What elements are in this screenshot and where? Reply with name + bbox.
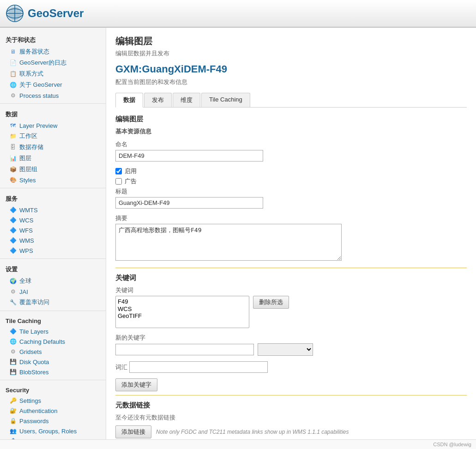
sidebar-label-styles: Styles	[19, 177, 36, 184]
sidebar-item-authentication[interactable]: 🔐 Authentication	[0, 406, 106, 416]
sidebar-item-data-stores[interactable]: 🗄 数据存储	[0, 142, 106, 153]
sidebar-item-passwords[interactable]: 🔒 Passwords	[0, 416, 106, 426]
checkbox-ad[interactable]	[115, 178, 122, 185]
sidebar-label-global: 全球	[19, 277, 31, 285]
label-keywords: 关键词	[115, 286, 467, 294]
sidebar-item-data-security[interactable]: 🔷 Data	[0, 436, 106, 439]
checkbox-enabled[interactable]	[115, 168, 122, 174]
sidebar-item-gridsets[interactable]: ⚙ Gridsets	[0, 347, 106, 357]
sidebar-item-layer-preview[interactable]: 🗺 Layer Preview	[0, 120, 106, 131]
section-edit-layer-title: 编辑图层	[115, 115, 467, 124]
section-keywords-title: 关键词	[115, 274, 467, 282]
sidebar-label-users-groups-roles: Users, Groups, Roles	[19, 428, 77, 435]
sidebar-label-workspaces: 工作区	[19, 132, 37, 140]
sidebar-item-styles[interactable]: 🎨 Styles	[0, 175, 106, 185]
keywords-row: F49 WCS GeoTIFF 删除所选	[115, 296, 467, 328]
sidebar-item-caching-defaults[interactable]: 🌐 Caching Defaults	[0, 336, 106, 347]
sidebar-item-layer-groups[interactable]: 📦 图层组	[0, 164, 106, 175]
wcs-icon: 🔷	[9, 216, 17, 224]
sidebar-item-wcs[interactable]: 🔷 WCS	[0, 215, 106, 225]
sidebar-item-blobstores[interactable]: 💾 BlobStores	[0, 367, 106, 377]
vocabulary-select[interactable]	[258, 343, 313, 356]
btn-add-keyword[interactable]: 添加关键字	[115, 378, 157, 391]
users-icon: 👥	[9, 427, 17, 435]
sidebar-item-about[interactable]: 🌐 关于 GeoServer	[0, 79, 106, 90]
tab-dimensions[interactable]: 维度	[173, 93, 200, 107]
sidebar-item-process-status[interactable]: ⚙ Process status	[0, 90, 106, 101]
field-abstract[interactable]: 广西高程地形数据，图幅号F49	[115, 224, 342, 261]
contact-icon: 📋	[9, 70, 17, 78]
sidebar-label-contact: 联系方式	[19, 70, 43, 78]
footer-credit: CSDN @ludewig	[433, 442, 471, 447]
sidebar-item-wps[interactable]: 🔷 WPS	[0, 245, 106, 256]
form-group-new-keyword: 新的关键字	[115, 334, 467, 356]
sidebar-label-authentication: Authentication	[19, 407, 57, 414]
btn-delete-selected[interactable]: 删除所选	[253, 296, 289, 309]
form-group-title: 标题	[115, 187, 467, 209]
new-keyword-input[interactable]	[115, 344, 254, 355]
tab-data[interactable]: 数据	[115, 93, 143, 108]
sidebar-label-coverage: 覆盖率访问	[19, 298, 49, 306]
geoserver-logo-icon	[6, 4, 24, 23]
label-abstract: 摘要	[115, 214, 467, 222]
sidebar-item-coverage-access[interactable]: 🔧 覆盖率访问	[0, 297, 106, 308]
sidebar-item-wms[interactable]: 🔷 WMS	[0, 235, 106, 245]
sidebar-item-wmts[interactable]: 🔷 WMTS	[0, 205, 106, 215]
sidebar-item-server-status[interactable]: 🖥 服务器状态	[0, 46, 106, 57]
sidebar-label-about: 关于 GeoServer	[19, 81, 62, 89]
sidebar-label-wms: WMS	[19, 237, 34, 244]
btn-add-metadata-link[interactable]: 添加链接	[115, 425, 151, 438]
sidebar-label-wcs: WCS	[19, 217, 33, 224]
sidebar-label-server-status: 服务器状态	[19, 48, 49, 56]
label-new-keyword: 新的关键字	[115, 334, 467, 342]
sidebar-item-tile-layers[interactable]: 🔷 Tile Layers	[0, 326, 106, 336]
keyword-geotiff[interactable]: GeoTIFF	[118, 312, 247, 320]
tile-layers-icon: 🔷	[9, 328, 17, 335]
sidebar-item-security-settings[interactable]: 🔑 Settings	[0, 395, 106, 406]
sidebar-item-contact[interactable]: 📋 联系方式	[0, 68, 106, 79]
sidebar-section-security: Security	[0, 383, 106, 395]
section-metadata-title: 元数据链接	[115, 401, 467, 410]
about-icon: 🌐	[9, 81, 17, 89]
tab-publish[interactable]: 发布	[144, 93, 172, 107]
jai-icon: ⚙	[9, 288, 17, 295]
header: GeoServer	[0, 0, 476, 28]
sidebar-item-workspaces[interactable]: 📁 工作区	[0, 131, 106, 142]
sidebar-item-logs[interactable]: 📄 GeoServer的日志	[0, 57, 106, 68]
disk-icon: 💾	[9, 358, 17, 365]
styles-icon: 🎨	[9, 176, 17, 184]
keywords-list[interactable]: F49 WCS GeoTIFF	[115, 296, 249, 328]
tab-tile-caching[interactable]: Tile Caching	[201, 93, 250, 107]
sidebar-label-process: Process status	[19, 92, 59, 99]
keyword-wcs[interactable]: WCS	[118, 305, 247, 313]
form-group-vocabulary: 词汇	[115, 361, 467, 373]
sidebar-item-users-groups-roles[interactable]: 👥 Users, Groups, Roles	[0, 426, 106, 436]
sidebar-label-tile-layers: Tile Layers	[19, 328, 48, 335]
sidebar-label-logs: GeoServer的日志	[19, 59, 66, 67]
checkbox-group-ad: 广告	[115, 177, 467, 186]
wmts-icon: 🔷	[9, 206, 17, 214]
label-name: 命名	[115, 140, 467, 149]
global-icon: 🌍	[9, 277, 17, 285]
checkbox-ad-label: 广告	[125, 177, 137, 186]
field-title[interactable]	[115, 197, 263, 209]
log-icon: 📄	[9, 59, 17, 66]
keyword-f49[interactable]: F49	[118, 298, 247, 305]
sidebar-section-settings: 设置	[0, 262, 106, 275]
main-content: 编辑图层 编辑层数据并且发布 GXM:GuangXiDEM-F49 配置当前图层…	[106, 28, 476, 439]
sidebar-item-global[interactable]: 🌍 全球	[0, 275, 106, 287]
sidebar-item-layers[interactable]: 📊 图层	[0, 153, 106, 164]
sidebar-item-disk-quota[interactable]: 💾 Disk Quota	[0, 357, 106, 367]
store-icon: 🗄	[9, 144, 17, 151]
form-group-keywords: 关键词 F49 WCS GeoTIFF 删除所选	[115, 286, 467, 328]
field-name[interactable]	[115, 150, 263, 162]
sidebar-item-wfs[interactable]: 🔷 WFS	[0, 225, 106, 235]
sidebar-label-layer-groups: 图层组	[19, 165, 37, 174]
passwords-icon: 🔒	[9, 417, 17, 425]
sidebar-label-blobstores: BlobStores	[19, 369, 49, 376]
sidebar-section-services: 服务	[0, 191, 106, 205]
metadata-note: Note only FGDC and TC211 metadata links …	[156, 429, 349, 435]
logo[interactable]: GeoServer	[6, 4, 84, 23]
sidebar-item-jai[interactable]: ⚙ JAI	[0, 287, 106, 297]
vocabulary-input[interactable]	[129, 361, 268, 373]
